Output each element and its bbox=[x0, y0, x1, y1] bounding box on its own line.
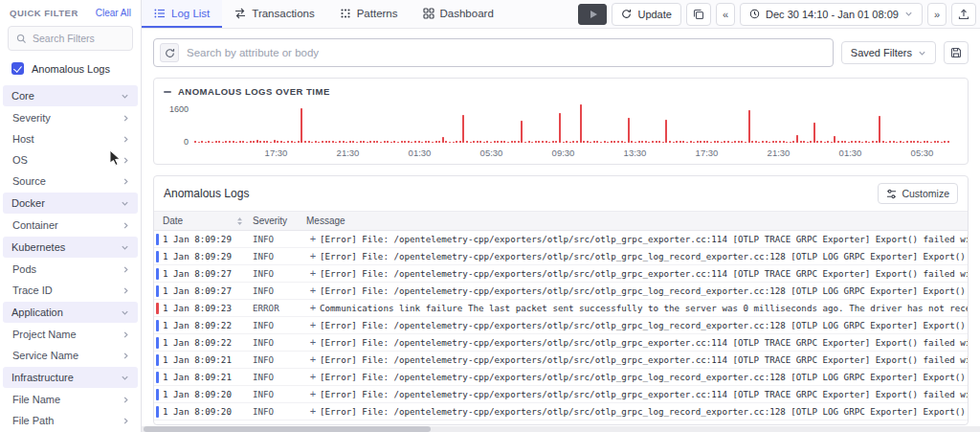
x-tick: 01:30 bbox=[384, 148, 456, 158]
shift-left-button[interactable]: « bbox=[716, 3, 735, 26]
chevron-right-icon bbox=[122, 330, 130, 339]
log-row[interactable]: 1 Jan 8:09:21INFO+[Error] File: /opentel… bbox=[154, 369, 968, 386]
expand-plus-icon[interactable]: + bbox=[306, 406, 320, 417]
filter-section-kubernetes[interactable]: Kubernetes bbox=[3, 237, 138, 258]
chart-bar bbox=[766, 141, 768, 143]
chart-bar bbox=[613, 141, 615, 143]
date-range-picker[interactable]: Dec 30 14:10 - Jan 01 08:09 bbox=[740, 3, 923, 26]
saved-filters-dropdown[interactable]: Saved Filters bbox=[841, 41, 936, 64]
expand-plus-icon[interactable]: + bbox=[306, 234, 320, 244]
expand-plus-icon[interactable]: + bbox=[306, 320, 320, 330]
column-severity[interactable]: Severity bbox=[253, 216, 306, 226]
column-message[interactable]: Message bbox=[306, 216, 968, 226]
chart-bar bbox=[868, 142, 870, 143]
chart-bar bbox=[435, 141, 437, 143]
chart-bar bbox=[277, 141, 278, 143]
logs-panel-title: Anomalous Logs bbox=[164, 187, 249, 200]
filter-item-label: File Name bbox=[12, 394, 60, 405]
filter-item-container[interactable]: Container bbox=[0, 215, 141, 236]
copy-button[interactable] bbox=[686, 3, 711, 26]
log-row[interactable]: 1 Jan 8:09:22INFO+[Error] File: /opentel… bbox=[154, 334, 968, 352]
chevron-down-icon bbox=[121, 199, 129, 208]
expand-plus-icon[interactable]: + bbox=[306, 285, 320, 296]
checkbox-checked-icon[interactable] bbox=[11, 62, 24, 75]
sliders-icon bbox=[886, 189, 897, 199]
filter-item-project-name[interactable]: Project Name bbox=[0, 324, 141, 345]
tab-label: Transactions bbox=[252, 8, 314, 19]
sort-icon[interactable] bbox=[236, 216, 243, 226]
expand-plus-icon[interactable]: + bbox=[306, 251, 320, 261]
log-row[interactable]: 1 Jan 8:09:22INFO+[Error] File: /opentel… bbox=[154, 317, 968, 334]
filter-section-label: Infrastructure bbox=[11, 372, 74, 383]
shift-right-button[interactable]: » bbox=[927, 3, 947, 26]
filter-item-source[interactable]: Source bbox=[0, 171, 141, 192]
filter-item-trace-id[interactable]: Trace ID bbox=[0, 280, 141, 301]
filter-section-application[interactable]: Application bbox=[3, 302, 138, 323]
clear-all-link[interactable]: Clear All bbox=[96, 8, 131, 18]
filter-item-file-name[interactable]: File Name bbox=[0, 389, 141, 410]
log-row[interactable]: 1 Jan 8:09:20INFO+[Error] File: /opentel… bbox=[154, 386, 968, 403]
log-date: 1 Jan 8:09:27 bbox=[163, 268, 253, 279]
chart-bar bbox=[861, 142, 863, 143]
filter-item-label: Project Name bbox=[12, 329, 77, 340]
expand-plus-icon[interactable]: + bbox=[306, 354, 320, 365]
filter-item-label: Service Name bbox=[12, 350, 78, 361]
filter-section-docker[interactable]: Docker bbox=[3, 193, 138, 214]
filter-item-file-path[interactable]: File Path bbox=[0, 410, 141, 431]
anomalous-logs-filter-row[interactable]: Anomalous Logs bbox=[0, 58, 141, 84]
filter-item-severity[interactable]: Severity bbox=[0, 107, 141, 128]
chart-bar bbox=[775, 141, 777, 143]
filter-item-pods[interactable]: Pods bbox=[0, 259, 141, 280]
log-search-box[interactable] bbox=[153, 38, 834, 67]
chart-bar bbox=[628, 118, 630, 143]
chart-bar bbox=[924, 141, 925, 143]
chart-bar bbox=[235, 142, 237, 143]
log-row[interactable]: 1 Jan 8:09:21INFO+[Error] File: /opentel… bbox=[154, 352, 968, 369]
customize-button[interactable]: Customize bbox=[878, 183, 958, 204]
log-row[interactable]: 1 Jan 8:09:27INFO+[Error] File: /opentel… bbox=[154, 265, 968, 283]
chart-bar bbox=[896, 142, 898, 143]
tab-dashboard[interactable]: Dashboard bbox=[411, 0, 506, 28]
chart-bar bbox=[607, 142, 609, 143]
column-date[interactable]: Date bbox=[163, 216, 253, 226]
save-filter-button[interactable] bbox=[944, 41, 969, 64]
chart-bar bbox=[291, 141, 293, 143]
log-row[interactable]: 1 Jan 8:09:20INFO+[Error] File: /opentel… bbox=[154, 403, 968, 421]
update-button[interactable]: Update bbox=[612, 3, 680, 26]
log-message: [Error] File: /opentelemetry-cpp/exporte… bbox=[320, 268, 968, 279]
tab-transactions[interactable]: Transactions bbox=[222, 0, 326, 28]
share-button[interactable] bbox=[951, 3, 976, 26]
filter-item-host[interactable]: Host bbox=[0, 128, 141, 149]
filter-item-service-name[interactable]: Service Name bbox=[0, 345, 141, 366]
filter-section-core[interactable]: Core bbox=[3, 85, 138, 106]
expand-plus-icon[interactable]: + bbox=[306, 372, 320, 382]
filter-sections: CoreSeverityHostOSSourceDockerContainerK… bbox=[0, 85, 141, 431]
filter-item-os[interactable]: OS bbox=[0, 149, 141, 171]
filter-item-label: Container bbox=[12, 219, 58, 231]
x-tick: 21:30 bbox=[743, 148, 814, 158]
scrollbar-thumb[interactable] bbox=[144, 426, 431, 432]
tab-log-list[interactable]: Log List bbox=[142, 0, 222, 28]
chart-bar bbox=[233, 141, 234, 143]
expand-plus-icon[interactable]: + bbox=[306, 389, 320, 399]
log-row[interactable]: 1 Jan 8:09:29INFO+[Error] File: /opentel… bbox=[154, 231, 968, 248]
expand-plus-icon[interactable]: + bbox=[306, 303, 320, 313]
filter-search-input[interactable] bbox=[33, 33, 124, 44]
chart-bar bbox=[648, 142, 650, 143]
chart-collapse-header[interactable]: ANOMALOUS LOGS OVER TIME bbox=[164, 86, 958, 97]
query-builder-icon[interactable] bbox=[160, 43, 179, 62]
play-button[interactable] bbox=[578, 4, 607, 25]
expand-plus-icon[interactable]: + bbox=[306, 337, 320, 348]
tab-patterns[interactable]: Patterns bbox=[327, 0, 411, 28]
horizontal-scrollbar[interactable] bbox=[142, 426, 980, 432]
log-search-input[interactable] bbox=[187, 47, 827, 58]
log-row[interactable]: 1 Jan 8:09:27INFO+[Error] File: /opentel… bbox=[154, 283, 968, 300]
log-row[interactable]: 1 Jan 8:09:23ERROR+Communications link f… bbox=[154, 300, 968, 317]
log-row[interactable]: 1 Jan 8:09:29INFO+[Error] File: /opentel… bbox=[154, 248, 968, 265]
chart-bar bbox=[930, 142, 932, 143]
expand-plus-icon[interactable]: + bbox=[306, 268, 320, 279]
chart-bar bbox=[700, 141, 702, 143]
collapse-icon bbox=[164, 91, 171, 93]
filter-search-box[interactable] bbox=[8, 26, 133, 51]
filter-section-infrastructure[interactable]: Infrastructure bbox=[3, 367, 138, 388]
